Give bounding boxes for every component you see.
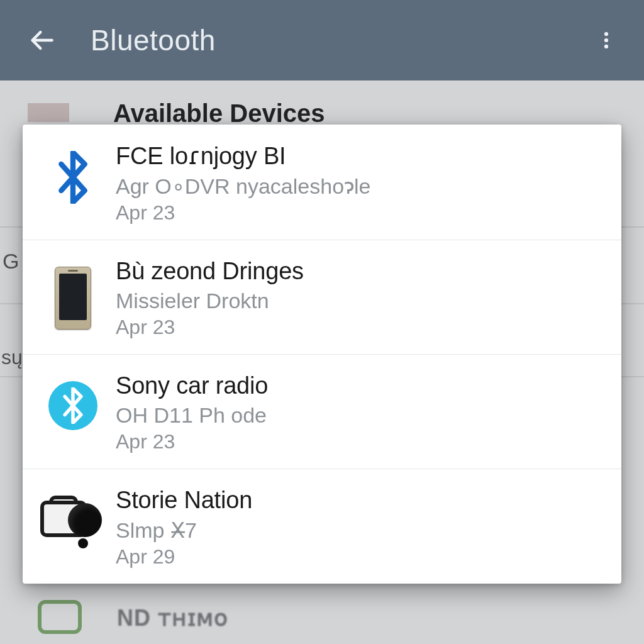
device-subtitle: Missieler Droktn xyxy=(116,289,604,313)
camera-icon xyxy=(40,496,106,545)
device-texts: Bù zeond Dringes Missieler Droktn Apr 23 xyxy=(111,255,604,339)
device-texts: FCE loɾnjogy BI Agr O∘DVR nyacaleshoɂle … xyxy=(111,140,604,225)
svg-point-2 xyxy=(604,45,608,48)
device-subtitle: Agr O∘DVR nyacaleshoɂle xyxy=(116,174,604,199)
app-bar: Bluetooth xyxy=(0,0,644,80)
svg-point-1 xyxy=(604,38,608,42)
back-button[interactable] xyxy=(25,23,60,58)
phone-icon xyxy=(55,267,91,330)
svg-point-0 xyxy=(604,32,608,36)
device-name: Bù zeond Dringes xyxy=(116,258,604,285)
device-name: FCE loɾnjogy BI xyxy=(116,142,604,170)
device-icon-slot xyxy=(35,370,111,430)
device-texts: Storie Nation Slmp X̶7 Apr 29 xyxy=(111,484,604,569)
device-subtitle: Slmp X̶7 xyxy=(116,518,604,543)
device-date: Apr 23 xyxy=(116,201,604,225)
device-name: Sony car radio xyxy=(116,372,604,399)
device-texts: Sony car radio OH D11 Ph ode Apr 23 xyxy=(111,370,604,453)
bluetooth-circle-icon xyxy=(48,381,97,430)
bluetooth-icon xyxy=(55,151,91,204)
page-title: Bluetooth xyxy=(91,23,216,57)
device-name: Storie Nation xyxy=(116,487,604,514)
device-icon-slot xyxy=(35,140,111,204)
device-list-card: FCE loɾnjogy BI Agr O∘DVR nyacaleshoɂle … xyxy=(23,125,621,584)
device-icon-slot xyxy=(35,484,111,545)
device-date: Apr 29 xyxy=(116,545,604,569)
overflow-menu-button[interactable] xyxy=(589,23,624,58)
device-subtitle: OH D11 Ph ode xyxy=(116,403,604,428)
device-icon-slot xyxy=(35,255,111,330)
device-row[interactable]: Sony car radio OH D11 Ph ode Apr 23 xyxy=(23,354,621,469)
device-row[interactable]: FCE loɾnjogy BI Agr O∘DVR nyacaleshoɂle … xyxy=(23,125,621,240)
device-row[interactable]: Bù zeond Dringes Missieler Droktn Apr 23 xyxy=(23,240,621,354)
device-date: Apr 23 xyxy=(116,316,604,339)
arrow-left-icon xyxy=(29,26,57,54)
device-date: Apr 23 xyxy=(116,430,604,453)
device-row[interactable]: Storie Nation Slmp X̶7 Apr 29 xyxy=(23,469,621,584)
more-vert-icon xyxy=(596,30,617,51)
